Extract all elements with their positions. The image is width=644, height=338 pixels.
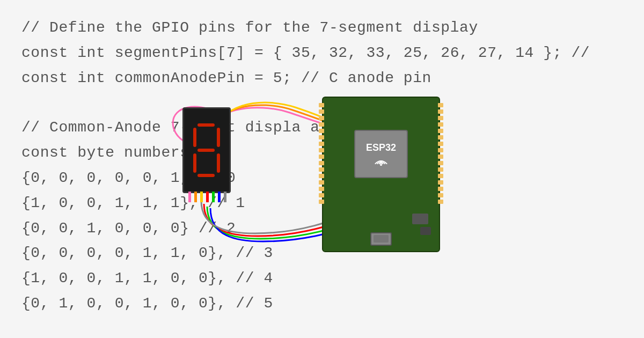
pin-r-21 <box>438 135 443 139</box>
seg-a <box>197 123 215 127</box>
circuit-diagram: ESP32 <box>150 86 451 268</box>
pin-14 <box>319 180 324 185</box>
pin-gnd <box>319 103 324 107</box>
pin-32 <box>319 148 324 152</box>
pin-12 <box>319 187 324 191</box>
pin-svp <box>319 122 324 127</box>
esp32-chip-label: ESP32 <box>366 142 396 153</box>
pin-3v3 <box>319 109 324 114</box>
pin-r-2 <box>438 193 443 197</box>
pin-gnd2 <box>319 193 324 197</box>
pin-en <box>319 116 324 120</box>
wifi-icon <box>373 156 389 166</box>
pin-r-17 <box>438 167 443 172</box>
pin-r-4 <box>438 180 443 185</box>
display-pins <box>188 192 226 202</box>
code-line-2: const int segmentPins[7] = { 35, 32, 33,… <box>21 41 623 65</box>
pin-r-gnd2 <box>438 142 443 146</box>
esp32-chip: ESP32 <box>354 130 408 178</box>
pin-r-19 <box>438 148 443 152</box>
pin-34 <box>319 135 324 139</box>
seg-f <box>193 128 196 147</box>
usb-connector <box>370 232 392 246</box>
right-pin-row <box>438 103 443 204</box>
pin-27 <box>319 174 324 178</box>
pin-r-16 <box>438 174 443 178</box>
seg-c <box>217 153 220 173</box>
seg-d <box>197 174 215 177</box>
small-component-2 <box>420 227 431 235</box>
esp32-board: ESP32 <box>322 97 440 252</box>
seg-b <box>217 128 220 147</box>
pin-r-tx <box>438 122 443 127</box>
svg-point-0 <box>380 164 382 166</box>
seg-e <box>193 153 196 173</box>
left-pin-row <box>319 103 324 204</box>
pin-r-22 <box>438 116 443 120</box>
pin-26 <box>319 167 324 172</box>
seven-segment-display <box>182 107 231 193</box>
pin-35 <box>319 142 324 146</box>
pin-r-5 <box>438 161 443 165</box>
pin-r-rx <box>438 129 443 133</box>
pin-33 <box>319 155 324 159</box>
pin-svn <box>319 129 324 133</box>
pin-r-gnd <box>438 103 443 107</box>
pin-r-18 <box>438 155 443 159</box>
pin-13 <box>319 200 324 204</box>
code-line-12: {0, 1, 0, 0, 1, 0, 0}, // 5 <box>21 292 623 316</box>
code-line-11: {1, 0, 0, 1, 1, 0, 0}, // 4 <box>21 267 623 291</box>
code-line-1: // Define the GPIO pins for the 7-segmen… <box>21 16 623 40</box>
small-component <box>412 214 428 224</box>
pin-r-0 <box>438 187 443 191</box>
digit <box>193 123 220 177</box>
pin-25 <box>319 161 324 165</box>
seg-g <box>197 149 215 152</box>
pin-r-15 <box>438 200 443 204</box>
pin-r-23 <box>438 109 443 114</box>
